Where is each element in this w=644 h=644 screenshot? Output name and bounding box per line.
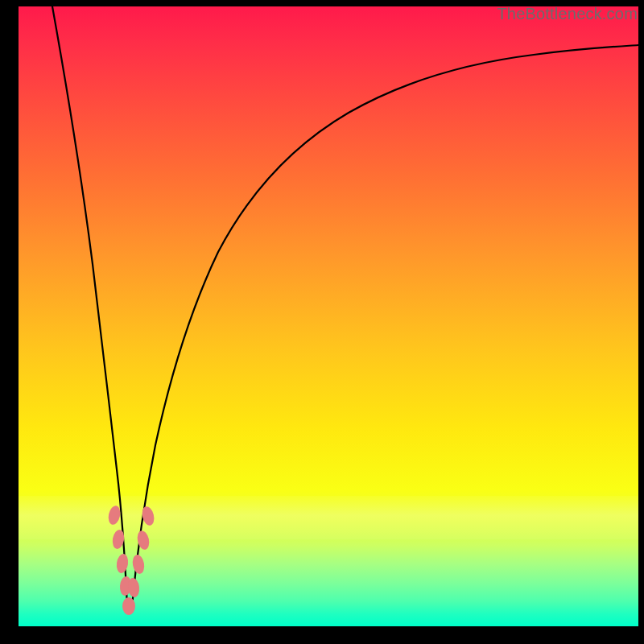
trough-marker <box>131 554 146 575</box>
plot-area <box>19 6 638 626</box>
trough-marker <box>107 505 122 526</box>
trough-marker-group <box>107 505 156 615</box>
trough-marker <box>122 597 135 615</box>
right-branch-line <box>132 45 638 606</box>
curve-overlay <box>19 6 638 626</box>
watermark-text: TheBottleneck.com <box>497 5 638 23</box>
trough-marker <box>115 553 129 574</box>
chart-frame: TheBottleneck.com <box>0 0 644 644</box>
